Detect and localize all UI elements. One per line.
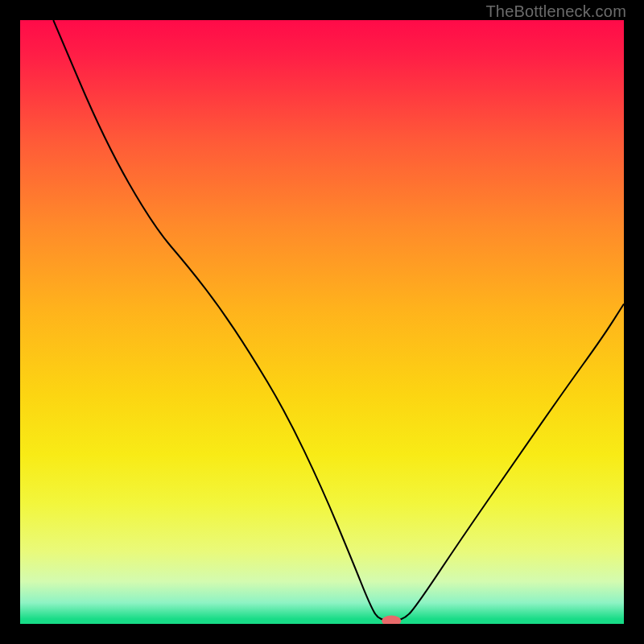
bottleneck-curve-svg [20, 20, 624, 624]
watermark-text: TheBottleneck.com [485, 2, 626, 21]
optimal-marker [382, 616, 401, 625]
chart-frame: TheBottleneck.com [0, 0, 644, 644]
series-bottleneck-curve [53, 20, 624, 621]
plot-area [20, 20, 624, 624]
